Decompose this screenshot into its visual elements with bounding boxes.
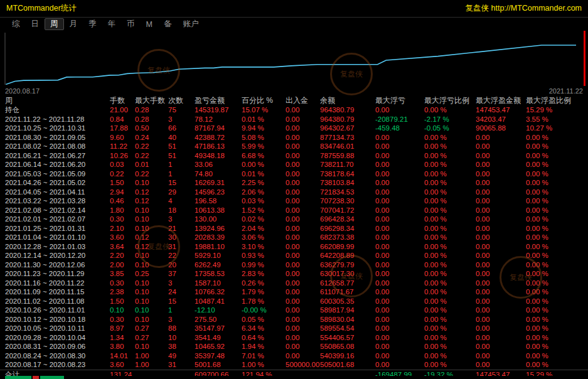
table-row[interactable]: 2020.08.17 ~ 2020.08.233.601.00315001.68… (0, 360, 588, 370)
table-row[interactable]: 2021.08.30 ~ 2021.09.059.600.244042388.7… (0, 133, 588, 142)
value-cell: 5.08 % (242, 133, 286, 142)
value-cell: 9.60 (110, 133, 135, 142)
value-cell: 0.30 (110, 279, 135, 288)
column-header[interactable]: 最大浮亏 (375, 95, 424, 106)
value-cell: 0.10 (135, 224, 168, 233)
menu-item-币[interactable]: 币 (121, 18, 141, 30)
menu-item-季[interactable]: 季 (83, 18, 102, 30)
table-row[interactable]: 2021.11.22 ~ 2021.11.280.840.28378.120.0… (0, 115, 588, 124)
table-row[interactable]: 2020.11.30 ~ 2020.12.062.000.10206262.49… (0, 260, 588, 270)
table-row[interactable]: 2021.08.02 ~ 2021.08.0811.220.225147186.… (0, 142, 588, 151)
table-row[interactable]: 2020.09.28 ~ 2020.10.041.340.27103541.49… (0, 333, 588, 343)
table-row[interactable]: 2021.02.08 ~ 2021.02.141.800.101810613.3… (0, 206, 588, 215)
value-cell: 5.99 % (242, 142, 286, 151)
value-cell: 0.00 (286, 233, 320, 242)
period-cell: 2021.01.04 ~ 2021.01.10 (5, 233, 110, 242)
equity-chart[interactable] (0, 31, 588, 86)
value-cell: 0.25 (135, 269, 168, 279)
value-cell: 15 (168, 297, 195, 306)
value-cell: 0.30 (110, 315, 135, 324)
period-cell: 2021.06.21 ~ 2021.06.27 (5, 151, 110, 161)
value-cell: 0.50 (135, 124, 168, 133)
table-row[interactable]: 2020.12.14 ~ 2020.12.202.200.10225929.10… (0, 251, 588, 260)
table-row[interactable]: 2021.04.05 ~ 2021.04.112.940.122914596.2… (0, 188, 588, 197)
table-row[interactable]: 2020.08.24 ~ 2020.08.3014.011.004935397.… (0, 351, 588, 361)
value-cell: 0.00 (476, 324, 526, 333)
value-cell: 196.58 (195, 196, 242, 206)
value-cell: 0.00 (375, 279, 424, 288)
table-row[interactable]: 2020.11.02 ~ 2020.11.081.500.101510487.4… (0, 297, 588, 306)
value-cell: 0.00 % (424, 178, 476, 188)
table-row[interactable]: 2020.08.31 ~ 2020.09.063.800.103810465.9… (0, 342, 588, 351)
menu-item-综[interactable]: 综 (6, 18, 26, 30)
value-cell: 0.01 % (242, 169, 286, 179)
column-header[interactable]: 最大浮盈比例 (526, 95, 588, 106)
menu-item-周[interactable]: 周 (45, 18, 64, 30)
value-cell: 0.84 (110, 115, 135, 124)
table-row[interactable]: 2021.02.01 ~ 2021.02.070.300.103130.000.… (0, 215, 588, 224)
value-cell: 0.00 (375, 188, 424, 197)
column-header[interactable]: 最大手数 (135, 95, 168, 106)
menu-item-日[interactable]: 日 (26, 18, 45, 30)
table-row[interactable]: 2021.05.03 ~ 2021.05.090.220.22174.800.0… (0, 169, 588, 179)
period-cell: 2021.10.25 ~ 2021.10.31 (5, 124, 110, 133)
table-row[interactable]: 2020.10.12 ~ 2020.10.180.300.103275.500.… (0, 315, 588, 324)
column-header[interactable]: 最大浮亏比例 (424, 95, 476, 106)
menu-item-账户[interactable]: 账户 (177, 18, 204, 30)
value-cell: -459.48 (375, 124, 424, 133)
table-row[interactable]: 2020.10.26 ~ 2020.11.010.100.101-12.10-0… (0, 306, 588, 315)
value-cell: 0.00 (286, 287, 320, 297)
value-cell: 0.00 % (526, 133, 588, 142)
column-header[interactable]: 周 (5, 95, 110, 106)
value-cell: 0.00 (476, 260, 526, 270)
table-row[interactable]: 2021.04.26 ~ 2021.05.021.500.101516269.3… (0, 178, 588, 188)
value-cell: 3.80 (110, 342, 135, 351)
value-cell: 0.00 % (526, 360, 588, 370)
column-header[interactable]: 余额 (320, 95, 375, 106)
value-cell: 87167.94 (195, 124, 242, 133)
table-row[interactable]: 2020.11.09 ~ 2020.11.152.380.102410766.3… (0, 287, 588, 297)
table-row[interactable]: 持仓21.000.2875145319.8715.07 %0.00964380.… (0, 105, 588, 115)
period-cell: 2020.10.12 ~ 2020.10.18 (5, 315, 110, 324)
table-row[interactable]: 2020.10.05 ~ 2020.10.118.970.278835147.9… (0, 324, 588, 333)
value-cell: 0.30 (110, 215, 135, 224)
value-cell: 0.12 (135, 196, 168, 206)
column-header[interactable]: 出入金 (286, 95, 320, 106)
menu-item-M[interactable]: M (141, 19, 158, 29)
column-header[interactable]: 盈亏金额 (195, 95, 242, 106)
table-row[interactable]: 2021.10.25 ~ 2021.10.3117.880.506687167.… (0, 124, 588, 133)
table-row[interactable]: 2021.06.21 ~ 2021.06.2710.260.225149348.… (0, 151, 588, 161)
table-row[interactable]: 2020.11.23 ~ 2020.11.293.850.253717358.5… (0, 269, 588, 279)
menu-item-年[interactable]: 年 (102, 18, 122, 30)
value-cell: 3.60 (110, 233, 135, 242)
value-cell: 42388.72 (195, 133, 242, 142)
value-cell: 0.03 (110, 160, 135, 169)
table-row[interactable]: 2020.12.28 ~ 2021.01.033.640.123119881.1… (0, 242, 588, 252)
value-cell: 787559.88 (320, 151, 375, 161)
value-cell: 0.00 (286, 142, 320, 151)
value-cell: 6262.49 (195, 260, 242, 270)
value-cell: 0.00 % (424, 260, 476, 270)
table-row[interactable]: 2021.03.22 ~ 2021.03.280.460.124196.580.… (0, 196, 588, 206)
value-cell: 130.00 (195, 215, 242, 224)
table-row[interactable]: 2021.06.14 ~ 2021.06.200.030.01133.060.0… (0, 160, 588, 169)
column-header[interactable]: 次数 (168, 95, 195, 106)
table-row[interactable]: 2020.11.16 ~ 2020.11.220.300.1031587.100… (0, 279, 588, 288)
value-cell: 0.12 (135, 188, 168, 197)
value-cell: 0.00 (476, 196, 526, 206)
table-row[interactable]: 2021.01.04 ~ 2021.01.103.600.123020283.3… (0, 233, 588, 242)
column-header[interactable]: 百分比 % (242, 95, 286, 106)
value-cell: 0.00 (286, 196, 320, 206)
table-row[interactable]: 2021.01.25 ~ 2021.01.312.100.102113924.9… (0, 224, 588, 233)
menu-item-备[interactable]: 备 (158, 18, 178, 30)
value-cell: 1.94 % (242, 342, 286, 351)
brand-link[interactable]: 复盘侠 http://MTCommander.com (466, 3, 582, 14)
column-header[interactable]: 最大浮盈金额 (476, 95, 526, 106)
value-cell: 0.00 (375, 251, 424, 260)
value-cell: 0.10 (135, 178, 168, 188)
value-cell: 0.00 % (526, 315, 588, 324)
menu-item-月[interactable]: 月 (64, 18, 83, 30)
value-cell: 0.00 % (424, 360, 476, 370)
value-cell: 0.00 (286, 242, 320, 252)
column-header[interactable]: 手数 (110, 95, 135, 106)
